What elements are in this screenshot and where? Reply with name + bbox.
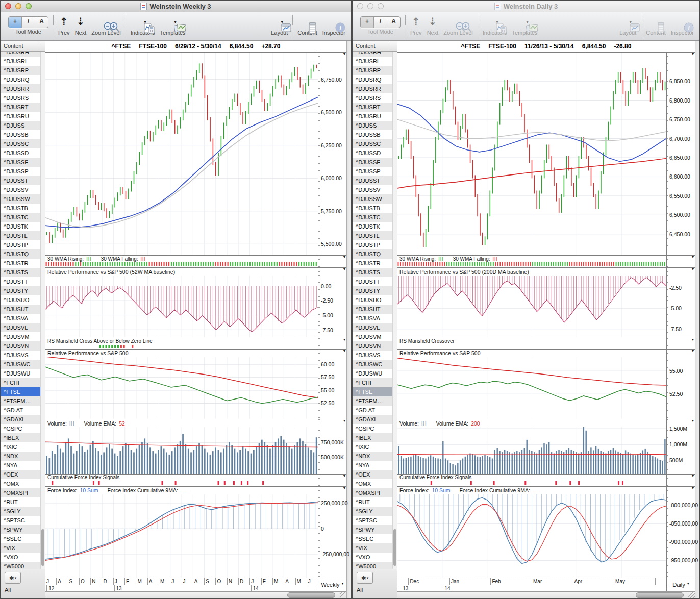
list-action-button[interactable]: ✱▾	[357, 572, 373, 584]
sidebar-item-symbol[interactable]: ^DJUSRR	[353, 84, 397, 93]
panel-disclosure-icon[interactable]: ▾	[343, 486, 345, 490]
sidebar-item-symbol[interactable]: ^DJUSTK	[353, 222, 397, 231]
sidebar-item-symbol[interactable]: ^OMX	[353, 479, 397, 488]
sidebar-item-symbol[interactable]: ^VXO	[1, 553, 45, 562]
panel-disclosure-icon[interactable]: ▾	[692, 486, 694, 490]
sidebar-item-symbol[interactable]: ^DJUSWU	[353, 369, 397, 378]
list-filter-label[interactable]: All	[357, 587, 397, 593]
sidebar-item-symbol[interactable]: ^SPWY	[353, 525, 397, 534]
sidebar-item-symbol[interactable]: ^DJUSS	[353, 121, 397, 130]
sidebar-item-symbol[interactable]: ^FTSEM…	[353, 396, 397, 406]
horizontal-scrollbar[interactable]	[397, 591, 695, 598]
rs-line-chart[interactable]	[45, 357, 318, 419]
indicators-button[interactable]: ▾ Indicators	[131, 14, 155, 36]
sidebar-item-symbol[interactable]: ^GD.AT	[1, 406, 45, 415]
sidebar-item-symbol[interactable]: ^DJUSRT	[353, 103, 397, 112]
sidebar-item-symbol[interactable]: ^DJUSTT	[1, 277, 45, 286]
inspector-button[interactable]: i Inspector	[671, 14, 694, 36]
sidebar-item-symbol[interactable]: ^FTSE	[353, 387, 397, 396]
sidebar-item-symbol[interactable]: ^DJUSRP	[1, 66, 45, 75]
sidebar-item-symbol[interactable]: ^DJUSTB	[1, 204, 45, 213]
sidebar-item-symbol[interactable]: ^DJUSSC	[353, 139, 397, 148]
sidebar-item-symbol[interactable]: ^DJUSTL	[1, 231, 45, 240]
wma-signal-strip[interactable]	[397, 262, 666, 267]
sidebar-item-symbol[interactable]: ^IXIC	[1, 442, 45, 452]
content-button[interactable]: Content	[646, 14, 666, 36]
panel-disclosure-icon[interactable]: ▾	[692, 267, 694, 271]
sidebar-item-symbol[interactable]: ^DJUSSF	[1, 158, 45, 167]
panel-disclosure-icon[interactable]: ▾	[343, 255, 345, 259]
next-button[interactable]: ⇣ Next	[75, 14, 87, 36]
sidebar-item-symbol[interactable]: ^DJUSSD	[1, 148, 45, 158]
sidebar-item-symbol[interactable]: ^FTSEM…	[1, 396, 45, 406]
sidebar-item-symbol[interactable]: ^OMX	[1, 479, 45, 488]
sidebar-item-symbol[interactable]: ^DJUSSF	[353, 158, 397, 167]
next-button[interactable]: ⇣ Next	[427, 14, 439, 36]
sidebar-item-symbol[interactable]: ^OEX	[353, 470, 397, 479]
sidebar-item-symbol[interactable]: ^SSEC	[353, 534, 397, 543]
force-index-chart[interactable]	[45, 494, 318, 578]
sidebar-item-symbol[interactable]: ^OMXSPI	[353, 488, 397, 497]
sidebar-item-symbol[interactable]: ^DJUSRT	[1, 103, 45, 112]
sidebar-item-symbol[interactable]: ^SPWY	[1, 525, 45, 534]
sidebar-item-symbol[interactable]: ^DJUSRI	[353, 57, 397, 66]
periodicity-dropdown[interactable]: Weekly▾	[318, 578, 346, 591]
sidebar-item-symbol[interactable]: ^DJUSRH	[1, 52, 45, 57]
sidebar-item-symbol[interactable]: ^DJUSTT	[353, 277, 397, 286]
force-index-chart[interactable]	[397, 494, 666, 578]
templates-button[interactable]: ▾ Templates	[160, 14, 185, 36]
sidebar-item-symbol[interactable]: ^DJUSTR	[1, 259, 45, 268]
mansfield-strip[interactable]	[397, 344, 666, 349]
panel-disclosure-icon[interactable]: ▾	[692, 418, 694, 423]
sidebar-item-symbol[interactable]: ^DJUSSP	[1, 167, 45, 176]
sidebar-item-symbol[interactable]: ^DJUSRU	[1, 112, 45, 121]
volume-chart[interactable]	[45, 427, 318, 474]
sidebar-scrollbar[interactable]	[40, 52, 45, 569]
sidebar-item-symbol[interactable]: ^DJUSVL	[353, 323, 397, 332]
panel-disclosure-icon[interactable]: ▾	[343, 267, 345, 271]
sidebar-item-symbol[interactable]: ^DJUSSB	[353, 130, 397, 139]
sidebar-item-symbol[interactable]: ^DJUSSC	[1, 139, 45, 148]
wma-signal-strip[interactable]	[45, 262, 318, 267]
zoom-button[interactable]	[378, 3, 384, 9]
sidebar-item-symbol[interactable]: ^DJUSUT	[353, 305, 397, 314]
text-tool-button[interactable]: A	[35, 17, 48, 28]
panel-disclosure-icon[interactable]: ▾	[343, 52, 345, 56]
sidebar-item-symbol[interactable]: ^FCHI	[353, 378, 397, 387]
sidebar-item-symbol[interactable]: ^DJUSTB	[353, 204, 397, 213]
sidebar-item-symbol[interactable]: ^DJUSUO	[1, 295, 45, 305]
sidebar-item-symbol[interactable]: ^DJUSTS	[1, 268, 45, 277]
horizontal-scrollbar[interactable]	[45, 591, 346, 598]
sidebar-item-symbol[interactable]: ^VIX	[1, 543, 45, 553]
sidebar-item-symbol[interactable]: ^DJUSVS	[353, 351, 397, 360]
sidebar-item-symbol[interactable]: ^VXO	[353, 553, 397, 562]
minimize-button[interactable]	[15, 3, 21, 9]
sidebar-item-symbol[interactable]: ^NDX	[353, 452, 397, 461]
rs-line-chart[interactable]	[397, 357, 666, 419]
sidebar-item-symbol[interactable]: ^IBEX	[1, 433, 45, 442]
sidebar-item-symbol[interactable]: ^GD.AT	[353, 406, 397, 415]
sidebar-item-symbol[interactable]: ^DJUSSW	[1, 194, 45, 204]
volume-chart[interactable]	[397, 427, 666, 474]
sidebar-item-symbol[interactable]: ^DJUSTS	[353, 268, 397, 277]
sidebar-item-symbol[interactable]: ^DJUSST	[353, 176, 397, 185]
sidebar-item-symbol[interactable]: ^DJUSRS	[353, 93, 397, 103]
panel-disclosure-icon[interactable]: ▾	[343, 337, 345, 342]
panel-disclosure-icon[interactable]: ▾	[692, 255, 694, 259]
sidebar-item-symbol[interactable]: ^DJUSS	[1, 121, 45, 130]
sidebar-item-symbol[interactable]: ^VIX	[353, 543, 397, 553]
list-action-button[interactable]: ✱▾	[5, 572, 21, 584]
sidebar-item-symbol[interactable]: ^DJUSRR	[1, 84, 45, 93]
sidebar-item-symbol[interactable]: ^DJUSTK	[1, 222, 45, 231]
sidebar-item-symbol[interactable]: ^DJUSTP	[1, 240, 45, 249]
list-filter-label[interactable]: All	[5, 587, 45, 593]
sidebar-item-symbol[interactable]: ^W5000	[1, 562, 45, 569]
sidebar-item-symbol[interactable]: ^DJUSVS	[1, 351, 45, 360]
panel-disclosure-icon[interactable]: ▾	[692, 473, 694, 478]
mansfield-strip[interactable]	[45, 344, 318, 349]
sidebar-item-symbol[interactable]: ^DJUSVA	[1, 314, 45, 323]
relative-performance-chart[interactable]	[397, 276, 666, 337]
sidebar-item-symbol[interactable]: ^DJUSSV	[1, 185, 45, 194]
sidebar-item-symbol[interactable]: ^DJUSTQ	[353, 249, 397, 259]
sidebar-item-symbol[interactable]: ^DJUSRU	[353, 112, 397, 121]
